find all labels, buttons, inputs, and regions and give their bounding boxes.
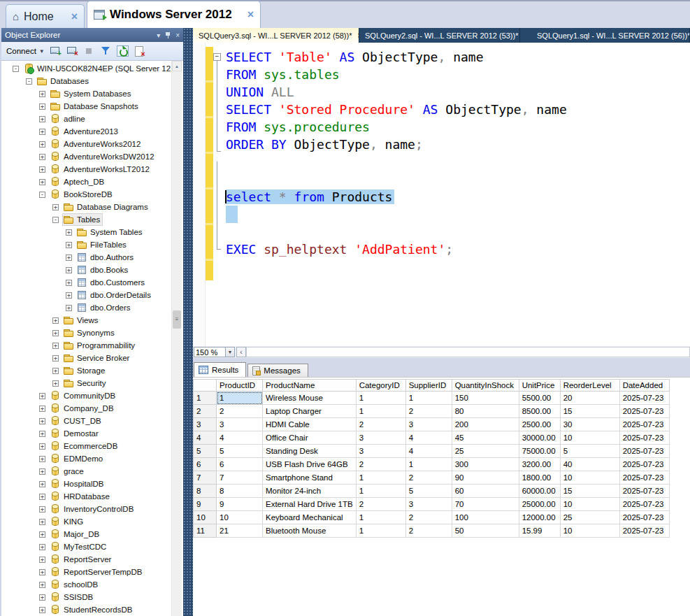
grid-cell[interactable]: 90 bbox=[452, 471, 519, 485]
row-number-cell[interactable]: 1 bbox=[194, 392, 217, 405]
grid-cell[interactable]: 2025-07-23 bbox=[619, 445, 669, 458]
grid-cell[interactable]: 45 bbox=[452, 431, 519, 445]
hscroll-left-icon[interactable]: ‹ bbox=[236, 347, 246, 357]
expand-plus-icon[interactable]: + bbox=[39, 494, 45, 500]
grid-cell[interactable]: 2500.00 bbox=[519, 418, 560, 431]
tree-item[interactable]: +AdventureWorksDW2012 bbox=[1, 150, 183, 163]
grid-cell[interactable]: 1 bbox=[356, 392, 405, 405]
close-icon[interactable]: × bbox=[71, 10, 78, 23]
expand-plus-icon[interactable]: + bbox=[39, 393, 45, 399]
grid-cell[interactable]: 20 bbox=[560, 392, 619, 405]
expand-plus-icon[interactable]: + bbox=[39, 443, 45, 450]
connect-button[interactable]: Connect▼ bbox=[6, 47, 45, 55]
expand-plus-icon[interactable]: + bbox=[66, 305, 72, 311]
tree-item[interactable]: +System Databases bbox=[1, 87, 183, 100]
grid-cell[interactable]: 10 bbox=[560, 524, 619, 538]
grid-cell[interactable]: 2 bbox=[405, 471, 452, 485]
grid-cell[interactable]: 6 bbox=[217, 458, 263, 471]
tree-item[interactable]: -BookStoreDB bbox=[1, 188, 183, 201]
column-header[interactable]: ProductName bbox=[263, 380, 357, 392]
tree-item[interactable]: +SSISDB bbox=[1, 591, 183, 603]
tree-item[interactable]: +Synonyms bbox=[1, 327, 183, 339]
tree-item[interactable]: +Company_DB bbox=[1, 402, 183, 415]
expand-plus-icon[interactable]: + bbox=[39, 557, 45, 563]
grid-cell[interactable]: 2 bbox=[356, 458, 405, 471]
tree-item[interactable]: +Major_DB bbox=[1, 528, 183, 540]
grid-cell[interactable]: 2025-07-23 bbox=[619, 392, 669, 405]
grid-cell[interactable]: 3 bbox=[356, 445, 405, 458]
grid-cell[interactable]: 10 bbox=[217, 511, 263, 524]
expand-plus-icon[interactable]: + bbox=[52, 368, 59, 374]
collapse-minus-icon[interactable]: - bbox=[13, 66, 19, 72]
pin-icon[interactable] bbox=[165, 31, 171, 39]
grid-cell[interactable]: USB Flash Drive 64GB bbox=[263, 458, 357, 471]
grid-cell[interactable]: 1 bbox=[356, 471, 405, 485]
tree-item[interactable]: +schoolDB bbox=[1, 578, 183, 591]
grid-cell[interactable]: 30000.00 bbox=[519, 431, 560, 445]
tree-item[interactable]: -Tables bbox=[1, 213, 183, 226]
expand-plus-icon[interactable]: + bbox=[39, 506, 45, 513]
tree-item[interactable]: +FileTables bbox=[1, 238, 183, 251]
expand-plus-icon[interactable]: + bbox=[52, 380, 59, 387]
grid-cell[interactable]: 5 bbox=[405, 485, 452, 498]
grid-cell[interactable]: 2025-07-23 bbox=[619, 498, 669, 511]
column-header[interactable]: ReorderLevel bbox=[560, 380, 619, 392]
grid-cell[interactable]: 300 bbox=[452, 458, 519, 471]
window-position-icon[interactable]: ▾ bbox=[157, 31, 160, 39]
tab-home[interactable]: ⌂ Home × bbox=[6, 4, 85, 28]
fold-toggle-icon[interactable]: − bbox=[213, 53, 221, 61]
column-header[interactable]: SupplierID bbox=[405, 380, 452, 392]
expand-plus-icon[interactable]: + bbox=[39, 103, 45, 110]
grid-cell[interactable]: 60000.00 bbox=[519, 485, 560, 498]
tree-item[interactable]: -Databases bbox=[1, 75, 183, 87]
grid-cell[interactable]: 5 bbox=[560, 445, 619, 458]
filter-icon[interactable] bbox=[100, 45, 112, 57]
grid-cell[interactable]: 1800.00 bbox=[519, 471, 560, 485]
expand-plus-icon[interactable]: + bbox=[39, 179, 45, 185]
expand-plus-icon[interactable]: + bbox=[39, 468, 45, 475]
grid-cell[interactable]: 12000.00 bbox=[519, 511, 560, 524]
expand-plus-icon[interactable]: + bbox=[52, 330, 59, 336]
tree-item[interactable]: +KING bbox=[1, 515, 183, 528]
grid-cell[interactable]: Bluetooth Mouse bbox=[263, 524, 357, 538]
tree-item[interactable]: +CUST_DB bbox=[1, 415, 183, 427]
grid-cell[interactable]: HDMI Cable bbox=[263, 418, 357, 431]
expand-plus-icon[interactable]: + bbox=[39, 582, 45, 588]
tree-scrollbar[interactable]: ▲ ≡ bbox=[171, 61, 182, 616]
column-header[interactable]: QuantityInShock bbox=[452, 380, 519, 392]
grid-cell[interactable]: 1 bbox=[356, 485, 405, 498]
grid-cell[interactable]: Smartphone Stand bbox=[263, 471, 357, 485]
grid-cell[interactable]: 3 bbox=[356, 431, 405, 445]
expand-plus-icon[interactable]: + bbox=[39, 141, 45, 148]
tree-item[interactable]: -WIN-U5COK82N4EP (SQL Server 12.0 bbox=[1, 62, 183, 75]
tree-item[interactable]: +HRDatabase bbox=[1, 490, 183, 503]
grid-cell[interactable]: Wireless Mouse bbox=[263, 392, 357, 405]
hscroll-track[interactable] bbox=[246, 347, 690, 357]
grid-cell[interactable]: 2 bbox=[405, 405, 452, 418]
grid-cell[interactable]: 9 bbox=[217, 498, 263, 511]
grid-cell[interactable]: 25 bbox=[560, 511, 619, 524]
grid-cell[interactable]: 2025-07-23 bbox=[619, 511, 669, 524]
stop-icon[interactable] bbox=[83, 45, 95, 57]
tree-item[interactable]: +Security bbox=[1, 377, 183, 389]
editor-code[interactable]: −SELECT 'Table' AS ObjectType, nameFROM … bbox=[193, 43, 690, 346]
collapse-minus-icon[interactable]: - bbox=[52, 217, 59, 223]
expand-plus-icon[interactable]: + bbox=[39, 154, 45, 160]
tab-windows-server-2012[interactable]: Windows Server 2012 × bbox=[87, 1, 261, 28]
grid-cell[interactable]: 5 bbox=[217, 445, 263, 458]
tree-item[interactable]: +dbo.Books bbox=[1, 264, 183, 276]
row-number-cell[interactable]: 11 bbox=[194, 524, 217, 538]
grid-cell[interactable]: Standing Desk bbox=[263, 445, 357, 458]
query-tab-2[interactable]: SQLQuery2.sql - WI...L SERVER 2012 (53))… bbox=[359, 28, 520, 43]
tab-results[interactable]: Results bbox=[194, 362, 246, 377]
tree-item[interactable]: +EcommerceDB bbox=[1, 440, 183, 452]
grid-cell[interactable]: 60 bbox=[452, 485, 519, 498]
grid-cell[interactable]: 15 bbox=[560, 485, 619, 498]
grid-cell[interactable]: 25000.00 bbox=[519, 498, 560, 511]
grid-cell[interactable]: 10 bbox=[560, 498, 619, 511]
row-number-cell[interactable]: 4 bbox=[194, 431, 217, 445]
grid-cell[interactable]: 15 bbox=[560, 405, 619, 418]
tree-item[interactable]: +ReportServerTempDB bbox=[1, 566, 183, 578]
tree-item[interactable]: +dbo.Customers bbox=[1, 276, 183, 289]
row-number-cell[interactable]: 2 bbox=[194, 405, 217, 418]
